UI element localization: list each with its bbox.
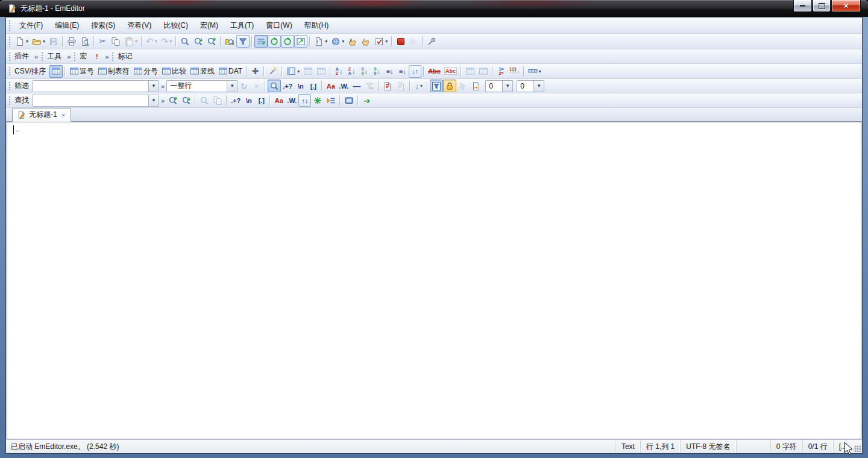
- filter-match-case-button[interactable]: Aa: [324, 80, 337, 92]
- csv-mode-dat-button[interactable]: DAT: [216, 65, 244, 78]
- csv-convert-button[interactable]: [266, 65, 280, 78]
- minimize-button[interactable]: [793, 0, 812, 12]
- select-column-button[interactable]: ▾: [285, 65, 301, 78]
- menu-tools[interactable]: 工具(T): [224, 18, 260, 33]
- status-line-count[interactable]: 0/1 行: [802, 440, 833, 453]
- filter-combobox[interactable]: ▼: [33, 80, 159, 92]
- record-macro-button[interactable]: [394, 35, 407, 48]
- copy-results-button[interactable]: [211, 94, 224, 107]
- heading-lines-combobox[interactable]: 0▼: [485, 80, 513, 92]
- toolbar-grip[interactable]: [8, 36, 11, 47]
- tab-close-icon[interactable]: ×: [60, 111, 66, 119]
- csv-mode-tab-button[interactable]: 制表符: [96, 65, 131, 78]
- sort-num-desc-button[interactable]: 90↓: [371, 65, 383, 78]
- cut-button[interactable]: ✂: [96, 35, 109, 48]
- filter-dash-button[interactable]: —: [350, 80, 363, 92]
- sort-za-button[interactable]: ZA↓: [345, 65, 358, 78]
- remove-filter-button[interactable]: [363, 80, 376, 92]
- toolbar-grip[interactable]: [8, 95, 11, 105]
- filter-bracket-button[interactable]: [.]: [307, 80, 319, 92]
- undo-button[interactable]: ↶▾: [144, 35, 159, 48]
- toolbar-grip[interactable]: [8, 51, 11, 61]
- overflow-chevron[interactable]: »: [33, 53, 40, 60]
- find-next-button[interactable]: [180, 94, 193, 107]
- fit-columns-button[interactable]: ▾: [526, 65, 543, 78]
- toolbar-grip[interactable]: [8, 66, 11, 77]
- menu-window[interactable]: 窗口(W): [260, 18, 298, 33]
- csv-mode-comma-button[interactable]: 逗号: [68, 65, 96, 78]
- status-doc-type[interactable]: Text: [615, 440, 640, 453]
- find-button[interactable]: [178, 35, 192, 48]
- menu-compare[interactable]: 比较(C): [157, 18, 194, 33]
- filter-box-toggle-button[interactable]: [430, 80, 443, 92]
- join-csv-button[interactable]: [464, 65, 477, 78]
- toolbar-grip[interactable]: [112, 51, 114, 61]
- status-selection[interactable]: [..]: [833, 440, 852, 453]
- filter-regex-button[interactable]: .+?: [281, 80, 294, 92]
- clear-filter-button[interactable]: ×: [250, 80, 263, 92]
- wrap-by-page-button[interactable]: [294, 35, 307, 48]
- menu-macros[interactable]: 宏(M): [194, 18, 224, 33]
- pin-button[interactable]: [425, 35, 438, 48]
- find-whole-word-button[interactable]: .W.: [285, 94, 298, 107]
- unpivot-csv-button[interactable]: [477, 65, 490, 78]
- save-button[interactable]: [47, 35, 60, 48]
- replace-button[interactable]: [192, 35, 205, 48]
- find-bracket-button[interactable]: [.]: [255, 94, 268, 107]
- menu-view[interactable]: 查看(V): [121, 18, 157, 33]
- menu-edit[interactable]: 编辑(E): [49, 18, 85, 33]
- toolbar-grip[interactable]: [8, 81, 11, 91]
- trailing-lines-combobox[interactable]: 0▼: [517, 80, 544, 92]
- ruler-button[interactable]: 123╵╵╵╵: [508, 65, 521, 78]
- filter-escape-button[interactable]: \n: [294, 80, 307, 92]
- wrap-around-toggle-button[interactable]: ↑↓: [298, 94, 311, 107]
- maximize-button[interactable]: [813, 0, 831, 12]
- menu-file[interactable]: 文件(F): [13, 18, 49, 33]
- menu-help[interactable]: 帮助(H): [298, 18, 335, 33]
- outline-button[interactable]: ▾: [312, 35, 329, 48]
- compare-left-button[interactable]: [346, 35, 359, 48]
- insert-numbers-button[interactable]: 1=2=: [495, 65, 508, 78]
- dropdown-arrow-icon[interactable]: ▼: [533, 81, 544, 92]
- delete-duplicates-button[interactable]: Abc: [426, 65, 442, 78]
- filter-scope-combobox[interactable]: 一整行▼: [166, 80, 237, 92]
- find-regex-button[interactable]: .+?: [229, 94, 242, 107]
- filter-next-button[interactable]: ↓▾: [412, 80, 425, 92]
- lock-filter-button[interactable]: [443, 80, 456, 92]
- redo-button[interactable]: ↷▾: [159, 35, 174, 48]
- filter-find-toggle-button[interactable]: [268, 80, 281, 92]
- wrap-by-word-button[interactable]: [281, 35, 294, 48]
- csv-mode-compare-button[interactable]: 比较: [160, 65, 188, 78]
- print-button[interactable]: [65, 35, 78, 48]
- new-file-button[interactable]: ▾: [13, 35, 30, 48]
- focus-editor-button[interactable]: [342, 94, 356, 107]
- wrap-none-button[interactable]: [254, 35, 268, 48]
- status-cursor-position[interactable]: 行 1,列 1: [640, 440, 680, 453]
- dropdown-arrow-icon[interactable]: ▼: [148, 95, 159, 106]
- toolbar-grip[interactable]: [41, 51, 43, 61]
- filter-pointer-button[interactable]: [456, 80, 470, 92]
- find-combobox[interactable]: ▼: [33, 95, 159, 107]
- editor-area[interactable]: ←: [7, 122, 861, 439]
- overflow-chevron[interactable]: »: [65, 53, 72, 60]
- dropdown-arrow-icon[interactable]: ▼: [502, 81, 512, 92]
- overflow-chevron[interactable]: »: [159, 97, 166, 104]
- document-tab[interactable]: 无标题-1 ×: [12, 108, 71, 122]
- print-preview-button[interactable]: [78, 35, 92, 48]
- resize-grip[interactable]: [852, 440, 862, 453]
- toolbar-grip[interactable]: [74, 51, 76, 61]
- sort-az-button[interactable]: AZ↓: [333, 65, 345, 78]
- filter-matched-lines-button[interactable]: [381, 80, 394, 92]
- validate-button[interactable]: ▾: [373, 35, 389, 48]
- sort-length-desc-button[interactable]: ≡↓: [396, 65, 409, 78]
- csv-mode-pipe-button[interactable]: 竖线: [188, 65, 216, 78]
- reverse-order-button[interactable]: ↓↑: [409, 65, 421, 78]
- find-match-case-button[interactable]: Aa: [272, 94, 285, 107]
- workspace-button[interactable]: ▾: [329, 35, 346, 48]
- filter-whole-word-button[interactable]: .W.: [337, 80, 350, 92]
- overflow-chevron[interactable]: »: [103, 53, 110, 60]
- filter-toolbar-toggle-button[interactable]: [236, 35, 250, 48]
- csv-normal-mode-button[interactable]: [49, 65, 63, 78]
- find-all-button[interactable]: [198, 94, 211, 107]
- next-document-button[interactable]: ➔: [360, 94, 373, 107]
